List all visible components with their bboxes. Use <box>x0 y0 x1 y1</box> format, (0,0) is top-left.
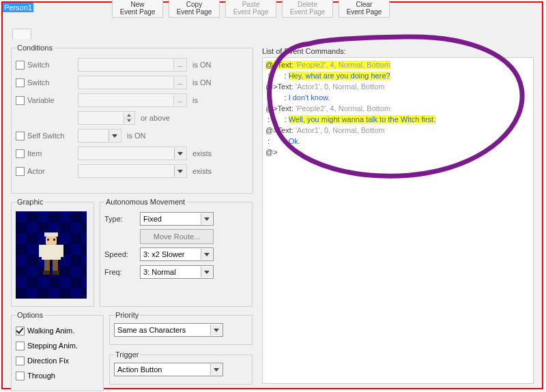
walking-anim-checkbox[interactable] <box>16 327 25 335</box>
sprite-icon <box>35 231 68 279</box>
options-legend: Options <box>16 311 44 319</box>
command-line[interactable]: : : Well, you might wanna talk to the Wi… <box>265 114 530 125</box>
command-line[interactable]: @>Text: 'Actor1', 0, Normal, Bottom <box>265 125 530 136</box>
move-type-combo[interactable]: Fixed <box>140 212 214 226</box>
priority-combo[interactable]: Same as Characters <box>114 323 223 337</box>
svg-rect-9 <box>43 271 50 275</box>
command-line-end[interactable]: @> <box>265 147 530 157</box>
automove-legend: Autonomous Movement <box>104 198 186 206</box>
command-line[interactable]: @>Text: 'People2', 4, Normal, Bottom <box>265 103 530 114</box>
trigger-combo[interactable]: Action Button <box>114 363 223 376</box>
clear-event-page-button[interactable]: ClearEvent Page <box>339 0 390 18</box>
actor-checkbox[interactable] <box>16 167 25 176</box>
or-above-label: or above <box>141 114 170 122</box>
variable-value-spinner[interactable] <box>78 111 135 125</box>
copy-event-page-button[interactable]: CopyEvent Page <box>169 0 220 18</box>
is-on-label: is ON <box>192 61 212 69</box>
command-line[interactable]: : : I don't know. <box>265 92 530 103</box>
freq-label: Freq: <box>104 268 137 276</box>
self-switch-label: Self Switch <box>27 132 75 140</box>
autonomous-movement-group: Autonomous Movement Type: Fixed Move Rou… <box>100 198 253 307</box>
is-on-label: is ON <box>127 132 146 140</box>
conditions-group: Conditions Switch ... is ON Switch ... i… <box>11 44 253 194</box>
svg-rect-5 <box>39 245 44 257</box>
spin-up-icon[interactable] <box>124 112 134 118</box>
chevron-down-icon <box>201 213 212 224</box>
switch1-checkbox[interactable] <box>16 61 25 70</box>
speed-combo[interactable]: 3: x2 Slower <box>140 247 214 261</box>
variable-label: Variable <box>27 96 75 104</box>
item-checkbox[interactable] <box>16 149 25 158</box>
character-graphic[interactable] <box>16 211 87 299</box>
conditions-legend: Conditions <box>16 44 54 52</box>
svg-rect-8 <box>53 260 58 271</box>
variable-field[interactable]: ... <box>78 93 187 107</box>
delete-event-page-button: DeleteEvent Page <box>282 0 333 18</box>
self-switch-checkbox[interactable] <box>16 132 25 140</box>
stepping-anim-label: Stepping Anim. <box>27 342 78 350</box>
spin-down-icon[interactable] <box>124 118 134 124</box>
actor-label: Actor <box>27 167 75 175</box>
through-checkbox[interactable] <box>16 372 25 380</box>
exists-label: exists <box>192 149 212 157</box>
command-line[interactable]: : : Ok. <box>265 136 530 147</box>
freq-combo[interactable]: 3: Normal <box>140 265 214 279</box>
chevron-down-icon <box>201 267 212 277</box>
event-page-toolbar: NewEvent Page CopyEvent Page PasteEvent … <box>112 0 390 18</box>
command-line[interactable]: @>Text: 'Actor1', 0, Normal, Bottom <box>265 81 530 92</box>
chevron-down-icon <box>210 364 222 375</box>
switch2-checkbox[interactable] <box>16 78 25 87</box>
trigger-group: Trigger Action Button <box>109 350 253 385</box>
chevron-down-icon <box>109 130 120 141</box>
command-line[interactable]: @>Text: 'People2', 4, Normal, Bottom <box>265 59 530 70</box>
svg-rect-6 <box>58 245 63 257</box>
svg-rect-3 <box>53 239 55 241</box>
item-combo[interactable] <box>78 147 187 160</box>
self-switch-combo[interactable] <box>78 129 121 142</box>
svg-rect-10 <box>53 271 59 275</box>
svg-rect-4 <box>42 245 61 260</box>
actor-combo[interactable] <box>78 164 187 178</box>
graphic-legend: Graphic <box>16 198 45 206</box>
direction-fix-label: Direction Fix <box>27 357 69 365</box>
chevron-down-icon <box>210 325 222 335</box>
priority-group: Priority Same as Characters <box>109 311 253 345</box>
priority-legend: Priority <box>114 311 140 319</box>
item-label: Item <box>27 149 75 157</box>
exists-label: exists <box>192 167 212 175</box>
stepping-anim-checkbox[interactable] <box>16 342 25 350</box>
event-name-field[interactable]: Person1 <box>3 3 33 12</box>
switch1-field[interactable]: ... <box>78 58 187 72</box>
is-label: is <box>192 96 198 104</box>
is-on-label: is ON <box>192 78 212 87</box>
switch2-label: Switch <box>27 78 75 87</box>
type-label: Type: <box>104 215 137 223</box>
svg-rect-2 <box>47 239 49 241</box>
move-route-button[interactable]: Move Route... <box>140 229 214 244</box>
paste-event-page-button: PasteEvent Page <box>225 0 276 18</box>
svg-rect-0 <box>44 232 58 237</box>
options-group: Options Walking Anim. Stepping Anim. Dir… <box>11 311 104 391</box>
speed-label: Speed: <box>104 250 137 258</box>
editor-window: Person1 NewEvent Page CopyEvent Page Pas… <box>1 1 543 389</box>
ellipsis-icon[interactable]: ... <box>173 59 186 70</box>
svg-rect-7 <box>44 260 50 271</box>
walking-anim-label: Walking Anim. <box>27 327 74 335</box>
chevron-down-icon <box>174 166 186 177</box>
event-command-list[interactable]: @>Text: 'People2', 4, Normal, Bottom : :… <box>262 57 534 384</box>
page-tab-1[interactable] <box>12 29 31 40</box>
direction-fix-checkbox[interactable] <box>16 357 25 365</box>
command-list-label: List of Event Commands: <box>262 47 346 55</box>
variable-checkbox[interactable] <box>16 96 25 105</box>
graphic-group: Graphic <box>11 198 94 307</box>
ellipsis-icon[interactable]: ... <box>173 95 186 106</box>
new-event-page-button[interactable]: NewEvent Page <box>112 0 163 18</box>
command-line[interactable]: : : Hey, what are you doing here? <box>265 70 530 81</box>
ellipsis-icon[interactable]: ... <box>173 77 186 88</box>
switch1-label: Switch <box>27 61 75 69</box>
trigger-legend: Trigger <box>114 350 140 359</box>
through-label: Through <box>27 372 55 380</box>
switch2-field[interactable]: ... <box>78 76 187 89</box>
chevron-down-icon <box>174 148 186 159</box>
chevron-down-icon <box>201 249 212 260</box>
